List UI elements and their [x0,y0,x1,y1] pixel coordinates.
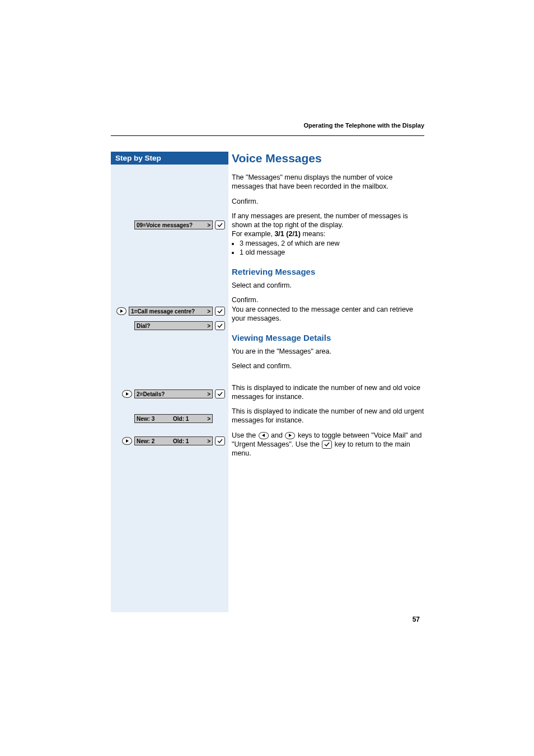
text-example-suffix: means: [301,230,325,238]
two-column-layout: Step by Step 09=Voice messages? > [111,152,424,612]
ok-key-icon [215,307,225,316]
para-messages-present: If any messages are present, the number … [232,212,424,239]
page-number: 57 [413,616,420,623]
step-dial: Dial? > [114,320,225,331]
bullet-2: 1 old message [240,248,424,257]
header-rule [111,135,424,136]
para-in-messages-area: You are in the "Messages" area. [232,347,424,356]
display-text: 1=Call message centre? [131,308,195,314]
text-connected: You are connected to the message center … [232,306,413,322]
step-voice-messages: 09=Voice messages? > [114,219,225,231]
display-text: 2=Details? [137,391,165,397]
text-confirm: Confirm. [232,296,258,304]
play-key-icon [122,437,132,445]
step-by-step-sidebar: Step by Step 09=Voice messages? > [111,152,228,612]
text-use-the: Use the [232,431,258,439]
page-content: Operating the Telephone with the Display… [111,122,424,612]
para-confirm-1: Confirm. [232,197,424,206]
bullet-1: 3 messages, 2 of which are new [240,239,424,248]
display-arrow: > [207,391,210,397]
display-call-message-centre: 1=Call message centre? > [129,307,213,316]
para-confirm-connected: Confirm. You are connected to the messag… [232,295,424,323]
play-key-icon [122,390,132,398]
display-new3-old1: New: 3 Old: 1 > [134,414,213,423]
display-arrow: > [207,222,210,228]
display-new2-old1: New: 2 Old: 1 > [134,436,213,445]
left-key-icon [259,432,269,439]
sidebar-body: 09=Voice messages? > 1=Call message cent… [111,165,228,612]
heading-voice-messages: Voice Messages [232,152,424,165]
display-left: New: 3 [137,416,154,422]
step-new3-old1: New: 3 Old: 1 > [114,413,225,424]
para-toggle-keys: Use the and keys to toggle between "Voic… [232,431,424,458]
heading-retrieving: Retrieving Messages [232,267,424,276]
ok-key-icon [215,436,225,445]
step-new2-old1: New: 2 Old: 1 > [114,435,225,447]
para-select-confirm-1: Select and confirm. [232,281,424,290]
heading-viewing-details: Viewing Message Details [232,333,424,342]
bullet-list: 3 messages, 2 of which are new 1 old mes… [240,239,424,257]
display-arrow: > [207,308,210,314]
para-select-confirm-2: Select and confirm. [232,361,424,370]
right-key-icon [285,432,295,439]
display-text: 09=Voice messages? [137,222,193,228]
ok-key-icon [215,321,225,330]
play-key-icon [116,307,127,315]
display-mid: Old: 1 [173,416,189,422]
display-dial: Dial? > [134,321,213,330]
display-arrow: > [207,323,210,329]
text-example-prefix: For example, [232,230,274,238]
display-voice-messages: 09=Voice messages? > [134,220,213,229]
ok-key-icon [322,440,332,449]
text-line-1: If any messages are present, the number … [232,212,408,229]
running-head: Operating the Telephone with the Display [111,122,424,131]
text-and: and [271,431,284,439]
display-left: New: 2 [137,438,154,444]
ok-key-icon [215,389,225,398]
text-example-bold: 3/1 (2/1) [274,230,301,238]
main-content: Voice Messages The "Messages" menu displ… [228,152,424,612]
ok-key-icon [215,220,225,229]
display-text: Dial? [137,323,150,329]
sidebar-title: Step by Step [111,152,228,165]
display-arrow: > [207,438,210,444]
display-arrow: > [207,416,210,422]
para-new-old-voice: This is displayed to indicate the number… [232,383,424,402]
step-call-message-centre: 1=Call message centre? > [114,306,225,317]
display-mid: Old: 1 [173,438,189,444]
display-details: 2=Details? > [134,389,213,398]
para-intro: The "Messages" menu displays the number … [232,173,424,191]
para-new-old-urgent: This is displayed to indicate the number… [232,407,424,425]
step-details: 2=Details? > [114,388,225,400]
